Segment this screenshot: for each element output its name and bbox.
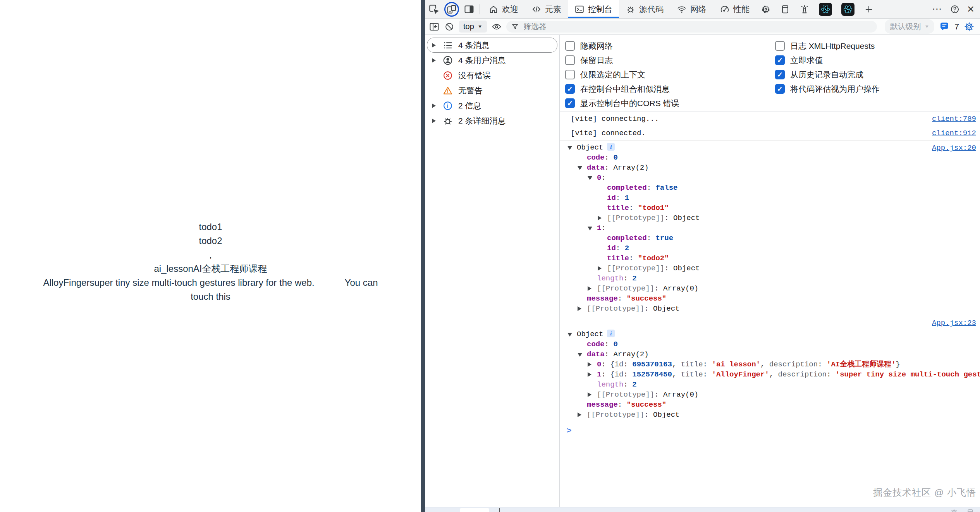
tab-welcome[interactable]: 欢迎 — [482, 0, 525, 18]
code-icon — [531, 4, 542, 14]
checkbox[interactable]: ✓ — [775, 70, 785, 79]
checkbox[interactable]: ✓ — [565, 98, 575, 108]
token-str: 'ai_lesson' — [712, 360, 760, 369]
token-num: 0 — [613, 340, 617, 349]
chevron-down-icon: ▼ — [924, 24, 929, 29]
token-punct: : — [623, 380, 632, 389]
expand-arrow-icon[interactable] — [588, 362, 591, 367]
tab-label: 性能 — [733, 4, 750, 15]
console-tree-row: title: "todo1" — [560, 203, 980, 213]
setting-label: 在控制台中组合相似消息 — [580, 84, 670, 94]
expand-arrow-icon[interactable] — [567, 333, 572, 337]
more-options-icon[interactable]: ⋯ — [932, 3, 943, 15]
link-spacer-row — [560, 319, 980, 329]
sidebar-item-errors[interactable]: 没有错误 — [427, 68, 557, 83]
checkbox[interactable] — [565, 41, 575, 51]
sidebar-item-messages[interactable]: 4 条消息 — [427, 38, 557, 53]
javascript-context-dropdown[interactable]: top ▼ — [459, 21, 487, 33]
expand-arrow-icon[interactable] — [578, 306, 581, 311]
drawer-dock-icon[interactable] — [966, 509, 975, 512]
expand-arrow-icon[interactable] — [578, 166, 582, 170]
console-tree-row: data: Array(2) — [560, 349, 980, 359]
checkbox[interactable]: ✓ — [775, 55, 785, 65]
drawer-right-icons — [950, 509, 975, 512]
devtools-resize-divider[interactable] — [421, 0, 425, 512]
console-output[interactable]: [vite] connecting...client:789[vite] con… — [560, 112, 980, 507]
expand-arrow-icon[interactable] — [578, 353, 582, 357]
checkbox[interactable] — [565, 55, 575, 65]
tab-performance[interactable]: 性能 — [713, 0, 756, 18]
react-icon — [819, 3, 832, 16]
tab-network[interactable]: 网络 — [670, 0, 713, 18]
tab-react-components[interactable] — [814, 0, 837, 18]
checkbox[interactable] — [565, 70, 575, 79]
filter-icon — [511, 22, 519, 31]
clear-console-button[interactable] — [444, 22, 454, 32]
tab-more-tabs[interactable] — [859, 0, 879, 18]
token-proto: [[Prototype]] — [597, 284, 654, 293]
log-level-value: 默认级别 — [890, 21, 921, 32]
expand-arrow-icon[interactable] — [598, 216, 602, 220]
disclosure-triangle-icon[interactable] — [432, 43, 438, 48]
token-key: 0 — [597, 360, 601, 369]
setting-row[interactable]: ✓在控制台中组合相似消息 — [565, 82, 679, 96]
setting-row[interactable]: ✓从历史记录自动完成 — [775, 67, 880, 82]
console-settings-gear-icon[interactable] — [964, 21, 975, 32]
checkbox[interactable]: ✓ — [775, 84, 785, 94]
drawer-gear-icon[interactable] — [950, 509, 958, 512]
close-devtools-icon[interactable]: ✕ — [967, 4, 975, 15]
setting-row[interactable]: ✓立即求值 — [775, 53, 880, 67]
expand-arrow-icon[interactable] — [588, 176, 592, 180]
help-icon[interactable] — [950, 4, 960, 14]
expand-arrow-icon[interactable] — [598, 266, 602, 271]
console-toolbar: top ▼ 默认级别 ▼ 7 — [425, 19, 980, 35]
sidebar-item-warnings[interactable]: 无警告 — [427, 83, 557, 98]
setting-row[interactable]: 仅限选定的上下文 — [565, 67, 679, 82]
expand-arrow-icon[interactable] — [578, 412, 581, 417]
filter-input[interactable] — [523, 22, 873, 31]
sidebar-item-info[interactable]: 2 信息 — [427, 98, 557, 113]
sidebar-item-label: 没有错误 — [458, 70, 491, 81]
token-punct: : — [623, 370, 632, 379]
console-filter-box[interactable] — [506, 21, 877, 33]
token-str: 'AlloyFinger' — [712, 370, 769, 379]
token-num: false — [655, 184, 677, 192]
tab-lighthouse[interactable] — [795, 0, 814, 18]
tab-console[interactable]: 控制台 — [568, 0, 619, 18]
inspect-element-button[interactable] — [428, 3, 440, 15]
expand-arrow-icon[interactable] — [588, 227, 592, 230]
sidebar-item-verbose[interactable]: 2 条详细消息 — [427, 113, 557, 128]
setting-row[interactable]: 保留日志 — [565, 53, 679, 67]
disclosure-triangle-icon[interactable] — [432, 119, 438, 123]
console-sidebar-toggle-button[interactable] — [429, 21, 440, 32]
source-link[interactable]: client:912 — [932, 128, 976, 138]
checkbox[interactable] — [775, 41, 785, 51]
dock-side-button[interactable] — [464, 4, 475, 15]
device-toolbar-button[interactable] — [446, 4, 457, 15]
live-expression-button[interactable] — [492, 22, 502, 32]
expand-arrow-icon[interactable] — [588, 392, 591, 397]
expand-arrow-icon[interactable] — [567, 146, 572, 150]
sidebar-item-user-messages[interactable]: 4 条用户消息 — [427, 53, 557, 68]
console-prompt[interactable]: > — [560, 423, 980, 439]
tab-react-profiler[interactable] — [837, 0, 859, 18]
setting-row[interactable]: 隐藏网络 — [565, 39, 679, 53]
issues-bubble-icon[interactable] — [939, 21, 950, 32]
tab-elements[interactable]: 元素 — [525, 0, 568, 18]
setting-row[interactable]: ✓显示控制台中的CORS 错误 — [565, 96, 679, 110]
checkbox[interactable]: ✓ — [565, 84, 575, 94]
expand-arrow-icon[interactable] — [588, 286, 591, 291]
log-level-dropdown[interactable]: 默认级别 ▼ — [885, 19, 934, 34]
token-key: code — [587, 340, 605, 349]
drawer-tab[interactable] — [460, 508, 489, 512]
disclosure-triangle-icon[interactable] — [432, 103, 438, 108]
setting-row[interactable]: 日志 XMLHttpRequests — [775, 39, 880, 53]
setting-row[interactable]: ✓将代码评估视为用户操作 — [775, 82, 880, 96]
tab-memory[interactable] — [756, 0, 775, 18]
expand-arrow-icon[interactable] — [588, 372, 591, 377]
token-num: 1 — [625, 194, 629, 202]
disclosure-triangle-icon[interactable] — [432, 58, 438, 63]
source-link[interactable]: client:789 — [932, 114, 976, 124]
tab-sources[interactable]: 源代码 — [619, 0, 670, 18]
tab-application[interactable] — [775, 0, 795, 18]
